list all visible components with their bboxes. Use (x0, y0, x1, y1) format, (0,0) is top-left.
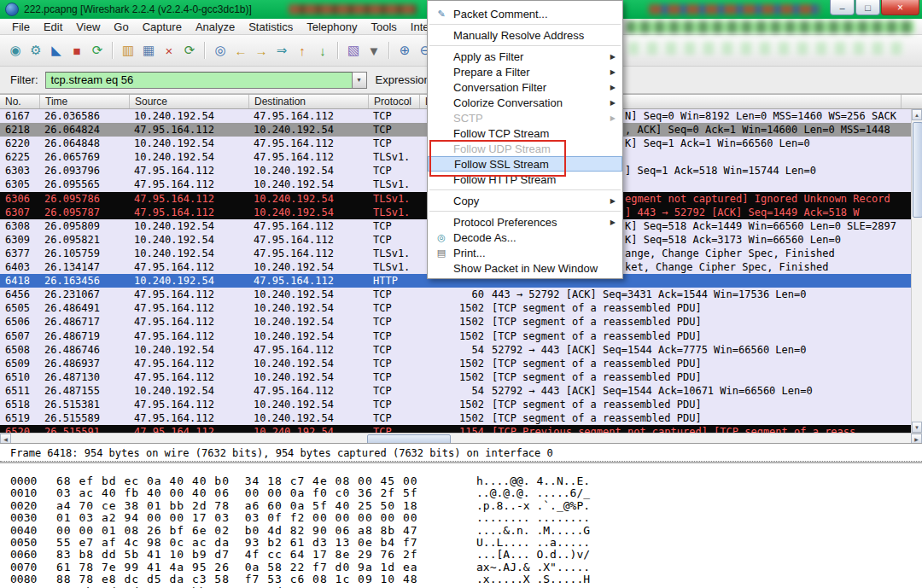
list-interfaces-icon[interactable]: ◉ (6, 41, 25, 60)
cell-no: 6508 (0, 343, 40, 357)
cell-info: K] Seq=518 Ack=1449 Win=66560 Len=0 SLE=… (625, 219, 896, 233)
menu-edit[interactable]: Edit (37, 20, 69, 33)
menu-item-follow-http-stream[interactable]: Follow HTTP Stream (428, 172, 622, 187)
hex-ascii: .p.8..-x .`._@%P. (476, 500, 590, 512)
stop-capture-icon[interactable]: ■ (67, 41, 86, 60)
packet-row[interactable]: 651926.51558947.95.164.11210.240.192.54T… (0, 411, 911, 425)
cell-info: ] Seq=1 Ack=518 Win=15744 Len=0 (625, 164, 816, 178)
menu-item-apply-as-filter[interactable]: Apply as Filter▶ (428, 49, 622, 64)
scroll-up-icon[interactable]: ▲ (912, 109, 922, 120)
packet-row[interactable]: 652026.51559147.95.164.11210.240.192.54T… (0, 425, 911, 433)
column-header-protocol[interactable]: Protocol (369, 95, 420, 108)
menu-view[interactable]: View (69, 20, 107, 33)
filter-dropdown-button[interactable]: ▼ (353, 72, 367, 89)
menu-statistics[interactable]: Statistics (242, 20, 300, 33)
menu-analyze[interactable]: Analyze (189, 20, 242, 33)
menu-tools[interactable]: Tools (364, 20, 403, 33)
menu-item-follow-tcp-stream[interactable]: Follow TCP Stream (428, 125, 622, 141)
go-to-packet-icon[interactable]: ⇒ (272, 41, 291, 60)
menu-item-print[interactable]: ▤Print... (428, 245, 622, 260)
menu-file[interactable]: File (5, 20, 37, 33)
scroll-down-icon[interactable]: ▼ (912, 422, 922, 433)
cell-length: 1154 (420, 425, 487, 433)
menu-item-label: Prepare a Filter (453, 66, 530, 79)
minimize-button[interactable]: – (830, 0, 855, 15)
submenu-arrow-icon: ▶ (610, 68, 616, 76)
reload-file-icon[interactable]: ⟳ (180, 41, 199, 60)
cell-source: 47.95.164.112 (130, 357, 249, 370)
packet-row[interactable]: 650826.48674610.240.192.5447.95.164.112T… (0, 343, 911, 357)
restart-capture-icon[interactable]: ⟳ (88, 41, 107, 60)
capture-options-icon[interactable]: ⚙ (26, 41, 45, 60)
cell-time: 26.095787 (40, 206, 130, 219)
hex-row[interactable]: 005055 e7 af 4c 98 0c ac da 93 b2 61 d3 … (10, 537, 922, 549)
menu-item-packet-comment[interactable]: ✎Packet Comment... (428, 6, 622, 21)
menu-item-protocol-preferences[interactable]: Protocol Preferences▶ (428, 214, 622, 230)
close-file-icon[interactable]: × (160, 41, 178, 60)
cell-no: 6377 (0, 247, 40, 260)
packet-row[interactable]: 651126.48715510.240.192.5447.95.164.112T… (0, 384, 911, 398)
packet-row[interactable]: 650626.48671747.95.164.11210.240.192.54T… (0, 315, 911, 329)
close-button[interactable]: × (881, 0, 919, 15)
menu-item-show-packet-in-new-window[interactable]: Show Packet in New Window (428, 260, 622, 276)
cell-info: [TCP segment of a reassembled PDU] (487, 357, 702, 370)
zoom-in-icon[interactable]: ⊕ (395, 41, 414, 60)
toolbar-separator (204, 42, 206, 59)
save-file-icon[interactable]: ▦ (139, 41, 158, 60)
column-header-destination[interactable]: Destination (249, 95, 369, 108)
hex-row[interactable]: 006083 b8 dd 5b 41 10 b9 d7 4f cc 64 17 … (10, 549, 922, 561)
menu-item-colorize-conversation[interactable]: Colorize Conversation▶ (428, 95, 622, 110)
vscroll-thumb[interactable] (913, 122, 922, 218)
filter-input[interactable]: tcp.stream eq 56 (45, 72, 353, 89)
hex-row[interactable]: 008088 78 e8 dc d5 da c3 58 f7 53 c6 08 … (10, 573, 922, 585)
go-back-icon[interactable]: ← (231, 41, 250, 60)
menu-item-follow-ssl-stream[interactable]: Follow SSL Stream (428, 156, 622, 172)
menu-item-label: Manually Resolve Address (453, 29, 584, 42)
packet-row[interactable]: 650926.48693747.95.164.11210.240.192.54T… (0, 357, 911, 370)
menu-capture[interactable]: Capture (136, 20, 189, 33)
packet-row[interactable]: 650726.48671947.95.164.11210.240.192.54T… (0, 329, 911, 343)
go-to-top-icon[interactable]: ↑ (293, 41, 312, 60)
hex-row[interactable]: 001003 ac 40 fb 40 00 40 06 00 00 0a f0 … (10, 487, 922, 499)
menu-item-copy[interactable]: Copy▶ (428, 193, 622, 208)
menu-item-prepare-a-filter[interactable]: Prepare a Filter▶ (428, 64, 622, 79)
cell-destination: 10.240.192.54 (249, 301, 369, 315)
cell-destination: 47.95.164.112 (249, 233, 369, 247)
go-to-bottom-icon[interactable]: ↓ (313, 41, 332, 60)
packet-row[interactable]: 651826.51538147.95.164.11210.240.192.54T… (0, 398, 911, 411)
menu-item-decode-as[interactable]: ◎Decode As... (428, 230, 622, 245)
menu-item-manually-resolve-address[interactable]: Manually Resolve Address (428, 27, 622, 43)
column-header-no[interactable]: No. (0, 95, 40, 108)
cell-protocol: TCP (369, 109, 420, 123)
maximize-button[interactable]: □ (855, 0, 880, 15)
hex-row[interactable]: 000068 ef bd ec 0a 40 40 b0 34 18 c7 4e … (10, 475, 922, 487)
column-header-source[interactable]: Source (130, 95, 249, 108)
packet-row[interactable]: 651026.48713047.95.164.11210.240.192.54T… (0, 370, 911, 384)
hex-offset: 0070 (10, 562, 56, 573)
hex-offset: 0080 (10, 573, 56, 585)
column-header-time[interactable]: Time (40, 95, 130, 108)
packet-list-vscrollbar[interactable]: ▲ ▼ (911, 109, 922, 433)
hex-ascii: .x.....X .S.....H (476, 573, 590, 585)
open-file-icon[interactable]: ▥ (119, 41, 137, 60)
submenu-arrow-icon: ▶ (610, 99, 616, 107)
hex-row[interactable]: 003001 03 a2 94 00 00 17 03 03 0f f2 00 … (10, 512, 922, 524)
hex-row[interactable]: 0020a4 70 ce 38 01 bb 2d 78 a6 60 0a 5f … (10, 500, 922, 512)
packet-row[interactable]: 645626.23106747.95.164.11210.240.192.54T… (0, 288, 911, 301)
menu-item-conversation-filter[interactable]: Conversation Filter▶ (428, 79, 622, 95)
start-capture-icon[interactable]: ◣ (47, 41, 66, 60)
cell-no: 6308 (0, 219, 40, 233)
find-packet-icon[interactable]: ◎ (211, 41, 230, 60)
menu-go[interactable]: Go (107, 20, 135, 33)
cell-destination: 10.240.192.54 (249, 329, 369, 343)
packet-row[interactable]: 650526.48649147.95.164.11210.240.192.54T… (0, 301, 911, 315)
hex-offset: 0000 (10, 475, 56, 487)
auto-scroll-icon[interactable]: ▼ (365, 41, 383, 60)
go-forward-icon[interactable]: → (252, 41, 271, 60)
cell-no: 6518 (0, 398, 40, 411)
colorize-icon[interactable]: ▧ (344, 41, 363, 60)
frame-detail-row[interactable]: Frame 6418: 954 bytes on wire (7632 bits… (0, 444, 922, 459)
menu-telephony[interactable]: Telephony (300, 20, 364, 33)
hex-row[interactable]: 007061 78 7e 99 41 4a 95 26 0a 58 22 f7 … (10, 562, 922, 573)
hex-row[interactable]: 004000 00 01 08 26 bf 6e 02 b0 4d 82 90 … (10, 525, 922, 537)
